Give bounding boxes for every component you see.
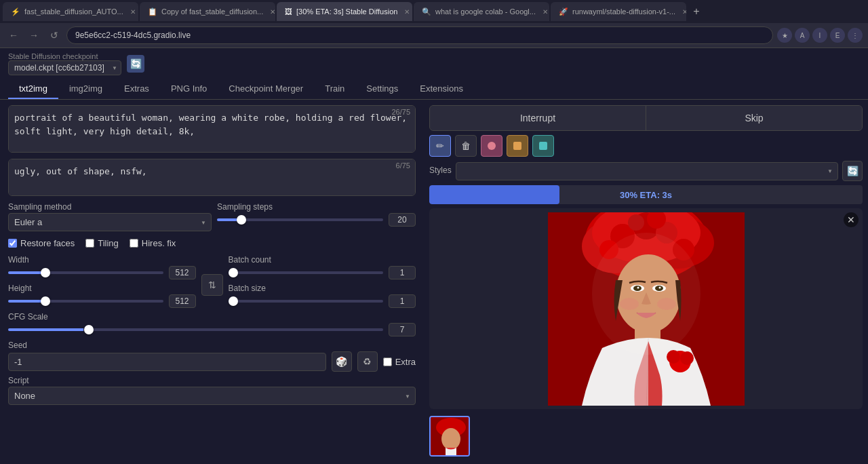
tab-settings[interactable]: Settings: [355, 79, 409, 99]
pink-icon[interactable]: [481, 135, 502, 157]
close-image-button[interactable]: ✕: [844, 212, 859, 227]
sampling-method-group: Sampling method Euler a: [8, 202, 212, 231]
skip-button[interactable]: Skip: [646, 106, 862, 130]
batch-size-slider[interactable]: [229, 300, 384, 303]
script-label: Script: [8, 376, 416, 385]
model-select-wrapper: model.ckpt [cc6cb27103]: [8, 60, 121, 75]
restore-faces-label: Restore faces: [20, 238, 75, 248]
positive-prompt-counter: 26/75: [391, 108, 410, 116]
tab-extensions[interactable]: Extensions: [409, 79, 474, 99]
pencil-icon[interactable]: ✏: [429, 135, 451, 157]
negative-prompt-input[interactable]: [8, 159, 416, 196]
reload-button[interactable]: ↺: [46, 27, 62, 43]
batch-count-group: Batch count 1: [229, 255, 416, 279]
tab-2[interactable]: 📋 Copy of fast_stable_diffusion... ✕: [140, 2, 275, 21]
batch-count-row: 1: [229, 266, 416, 279]
extension-icon-2[interactable]: I: [812, 28, 827, 43]
recycle-button[interactable]: ♻: [357, 351, 378, 372]
right-panel: Interrupt Skip ✏ 🗑 Styles: [424, 100, 868, 464]
tab-2-label: Copy of fast_stable_diffusion...: [161, 7, 263, 16]
tab-1[interactable]: ⚡ fast_stable_diffusion_AUTO... ✕: [3, 2, 138, 21]
styles-refresh-button[interactable]: 🔄: [842, 161, 863, 181]
generated-image: [548, 212, 745, 406]
back-button[interactable]: ←: [5, 27, 22, 43]
styles-label: Styles: [429, 166, 452, 175]
tab-pnginfo[interactable]: PNG Info: [160, 79, 218, 99]
model-select[interactable]: model.ckpt [cc6cb27103]: [8, 60, 121, 75]
new-tab-button[interactable]: +: [688, 3, 705, 20]
positive-prompt-input[interactable]: [8, 105, 416, 153]
interrupt-button[interactable]: Interrupt: [430, 106, 646, 130]
progress-fill: [429, 185, 559, 204]
cfg-slider[interactable]: [8, 328, 383, 331]
height-row: 512: [8, 294, 196, 308]
tab-5-close[interactable]: ✕: [682, 8, 686, 16]
width-label: Width: [8, 255, 196, 265]
sampling-steps-group: Sampling steps 20: [217, 202, 416, 227]
image-area: ✕: [429, 208, 863, 409]
tab-4-close[interactable]: ✕: [542, 8, 548, 16]
svg-point-26: [667, 350, 680, 364]
hires-fix-label: Hires. fix: [142, 238, 176, 248]
hires-fix-checkbox[interactable]: Hires. fix: [130, 238, 176, 248]
trash-icon[interactable]: 🗑: [455, 135, 477, 157]
thumbnails-row: [429, 413, 863, 459]
tab-1-close[interactable]: ✕: [130, 8, 136, 16]
extra-checkbox-input[interactable]: [383, 357, 392, 366]
sampling-steps-row: 20: [217, 213, 416, 227]
seed-row: 🎲 ♻ Extra: [8, 351, 416, 372]
restore-faces-input[interactable]: [8, 239, 17, 248]
model-bar: Stable Diffusion checkpoint model.ckpt […: [0, 48, 868, 79]
batch-count-value: 1: [389, 266, 416, 279]
script-select[interactable]: None: [8, 387, 416, 405]
extension-icon-1[interactable]: A: [795, 28, 810, 43]
tiling-checkbox[interactable]: Tiling: [85, 238, 119, 248]
hires-fix-input[interactable]: [130, 239, 138, 248]
tab-bar: ⚡ fast_stable_diffusion_AUTO... ✕ 📋 Copy…: [0, 0, 868, 23]
seed-input[interactable]: [8, 353, 326, 371]
forward-button[interactable]: →: [26, 27, 42, 43]
tab-4[interactable]: 🔍 what is google colab - Googl... ✕: [414, 2, 549, 21]
tab-checkpoint-merger[interactable]: Checkpoint Merger: [218, 79, 314, 99]
tab-txt2img[interactable]: txt2img: [8, 79, 58, 99]
svg-rect-1: [513, 142, 521, 150]
sampling-steps-slider[interactable]: [217, 218, 383, 221]
dice-button[interactable]: 🎲: [332, 351, 352, 372]
width-slider[interactable]: [8, 271, 163, 274]
tab-2-close[interactable]: ✕: [270, 8, 275, 16]
thumbnail-1[interactable]: [429, 416, 470, 457]
width-group: Width 512: [8, 255, 196, 279]
tab-train[interactable]: Train: [314, 79, 355, 99]
height-slider[interactable]: [8, 300, 163, 303]
restore-faces-checkbox[interactable]: Restore faces: [8, 238, 75, 248]
content-area: 26/75 6/75 Sampling method Euler a: [0, 100, 868, 464]
tab-1-label: fast_stable_diffusion_AUTO...: [24, 7, 123, 16]
address-bar[interactable]: 9e5e6cc2-c519-4dc5.gradio.live: [66, 26, 773, 44]
tiling-input[interactable]: [85, 239, 94, 248]
tiling-label: Tiling: [98, 238, 119, 248]
extension-icon-3[interactable]: E: [830, 28, 845, 43]
svg-point-31: [441, 428, 460, 450]
tab-5[interactable]: 🚀 runwayml/stable-diffusion-v1-... ✕: [551, 2, 686, 21]
batch-group: Batch count 1 Batch size 1: [229, 255, 416, 308]
tab-3-close[interactable]: ✕: [404, 8, 410, 16]
refresh-model-button[interactable]: 🔄: [127, 55, 144, 73]
extension-icon-4[interactable]: ⋮: [848, 28, 863, 43]
height-label: Height: [8, 284, 196, 293]
bookmark-icon[interactable]: ★: [777, 28, 792, 43]
address-text: 9e5e6cc2-c519-4dc5.gradio.live: [75, 31, 191, 40]
styles-select[interactable]: [456, 162, 838, 180]
tab-extras[interactable]: Extras: [113, 79, 160, 99]
batch-count-slider[interactable]: [229, 271, 384, 274]
tab-3[interactable]: 🖼 [30% ETA: 3s] Stable Diffusion ✕: [277, 2, 412, 21]
teal-icon[interactable]: [532, 135, 554, 157]
batch-size-value: 1: [389, 294, 416, 308]
orange-icon[interactable]: [507, 135, 528, 157]
styles-select-wrapper: [456, 162, 838, 180]
tab-img2img[interactable]: img2img: [58, 79, 113, 99]
swap-dimensions-button[interactable]: ⇅: [201, 274, 223, 296]
height-value: 512: [169, 294, 196, 308]
extra-checkbox[interactable]: Extra: [383, 357, 416, 367]
script-section: Script None: [8, 376, 416, 405]
sampling-method-select[interactable]: Euler a: [8, 213, 212, 231]
